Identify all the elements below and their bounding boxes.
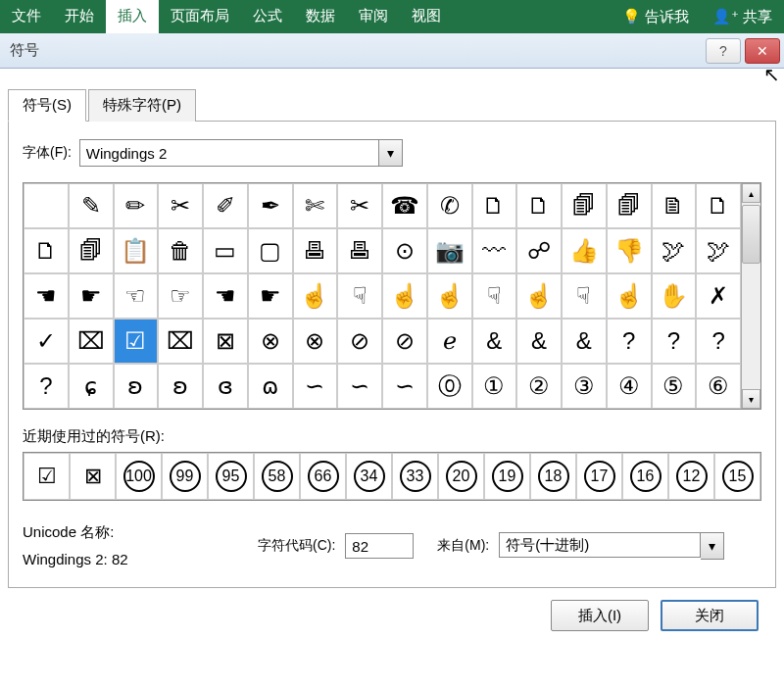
recent-symbol-cell[interactable]: 18 bbox=[530, 453, 576, 500]
symbol-cell[interactable]: ✏ bbox=[114, 183, 159, 228]
symbol-cell[interactable]: ③ bbox=[562, 364, 607, 409]
help-button[interactable]: ? bbox=[706, 38, 741, 64]
symbol-cell[interactable]: 🗐 bbox=[607, 183, 652, 228]
symbol-cell[interactable]: ∽ bbox=[293, 364, 338, 409]
symbol-cell[interactable]: ∽ bbox=[337, 364, 382, 409]
symbol-cell[interactable]: ⌧ bbox=[69, 319, 114, 364]
symbol-cell[interactable]: ✄ bbox=[293, 183, 338, 228]
symbol-cell[interactable]: ☟ bbox=[472, 273, 517, 319]
ribbon-tellme[interactable]: 💡 告诉我 bbox=[611, 0, 701, 33]
symbol-cell[interactable]: ☝ bbox=[427, 273, 472, 319]
symbol-cell[interactable]: ☟ bbox=[337, 273, 382, 319]
symbol-cell[interactable]: ▭ bbox=[203, 228, 248, 273]
symbol-cell[interactable]: ✗ bbox=[696, 273, 741, 319]
symbol-cell[interactable]: 🗋 bbox=[472, 183, 517, 228]
symbol-cell[interactable]: ① bbox=[472, 364, 517, 409]
symbol-cell[interactable]: ⊘ bbox=[382, 319, 427, 364]
ribbon-tab-home[interactable]: 开始 bbox=[53, 0, 106, 33]
symbol-cell[interactable]: ⊠ bbox=[203, 319, 248, 364]
symbol-cell[interactable]: ? bbox=[652, 319, 697, 364]
symbol-cell[interactable]: ☝ bbox=[607, 273, 652, 319]
symbol-cell[interactable]: 🗎 bbox=[652, 183, 697, 228]
close-button[interactable]: 关闭 bbox=[661, 600, 759, 631]
ribbon-tab-formulas[interactable]: 公式 bbox=[241, 0, 294, 33]
symbol-cell[interactable]: ɷ bbox=[248, 364, 293, 409]
symbol-cell[interactable]: 〰 bbox=[472, 228, 517, 273]
symbol-cell[interactable]: ☍ bbox=[516, 228, 562, 273]
symbol-cell[interactable]: ☝ bbox=[516, 273, 562, 319]
symbol-cell[interactable]: ✂ bbox=[337, 183, 382, 228]
recent-symbol-cell[interactable]: 95 bbox=[208, 453, 254, 500]
symbol-cell[interactable]: ✐ bbox=[203, 183, 248, 228]
symbol-grid-scrollbar[interactable]: ▴ ▾ bbox=[741, 183, 760, 409]
recent-symbol-cell[interactable]: 33 bbox=[392, 453, 438, 500]
symbol-cell[interactable]: ④ bbox=[607, 364, 652, 409]
symbol-cell[interactable]: ⊙ bbox=[382, 228, 427, 273]
recent-symbol-cell[interactable]: 66 bbox=[300, 453, 346, 500]
scroll-up-button[interactable]: ▴ bbox=[742, 183, 760, 203]
symbol-cell[interactable]: 🗋 bbox=[516, 183, 562, 228]
symbol-cell[interactable]: ✆ bbox=[427, 183, 472, 228]
tab-special-chars[interactable]: 特殊字符(P) bbox=[88, 89, 196, 122]
symbol-cell[interactable]: ⌧ bbox=[158, 319, 203, 364]
from-dropdown-button[interactable]: ▾ bbox=[701, 532, 724, 560]
font-combo[interactable]: ▾ bbox=[79, 139, 403, 167]
symbol-cell[interactable]: ∽ bbox=[382, 364, 427, 409]
symbol-cell[interactable]: ɞ bbox=[203, 364, 248, 409]
symbol-cell[interactable]: ☛ bbox=[248, 273, 293, 319]
recent-symbol-cell[interactable]: 58 bbox=[254, 453, 300, 500]
scroll-down-button[interactable]: ▾ bbox=[742, 389, 760, 409]
recent-symbol-cell[interactable]: 19 bbox=[484, 453, 530, 500]
symbol-cell[interactable]: 🗋 bbox=[696, 183, 741, 228]
symbol-cell[interactable]: ⊗ bbox=[293, 319, 338, 364]
font-dropdown-button[interactable]: ▾ bbox=[379, 139, 403, 167]
symbol-cell[interactable]: 👍 bbox=[562, 228, 607, 273]
symbol-cell[interactable]: 🗋 bbox=[24, 228, 69, 273]
symbol-cell[interactable]: 🕊 bbox=[696, 228, 741, 273]
recent-symbol-cell[interactable]: 15 bbox=[714, 453, 760, 500]
symbol-cell[interactable]: ▢ bbox=[248, 228, 293, 273]
symbol-cell[interactable]: ? bbox=[24, 364, 69, 409]
symbol-cell[interactable]: ☟ bbox=[562, 273, 607, 319]
symbol-cell[interactable]: ℯ bbox=[427, 319, 472, 364]
symbol-cell[interactable]: ☝ bbox=[382, 273, 427, 319]
symbol-cell[interactable]: ✂ bbox=[158, 183, 203, 228]
ribbon-tab-file[interactable]: 文件 bbox=[0, 0, 53, 33]
symbol-cell[interactable]: 🖶 bbox=[337, 228, 382, 273]
symbol-cell[interactable]: ✓ bbox=[24, 319, 69, 364]
symbol-cell[interactable]: & bbox=[516, 319, 562, 364]
ribbon-tab-data[interactable]: 数据 bbox=[294, 0, 347, 33]
scroll-thumb[interactable] bbox=[742, 205, 760, 264]
symbol-cell[interactable] bbox=[24, 183, 69, 228]
recent-symbol-cell[interactable]: 34 bbox=[346, 453, 392, 500]
symbol-cell[interactable]: 📋 bbox=[114, 228, 159, 273]
char-code-input[interactable] bbox=[345, 533, 414, 559]
symbol-cell[interactable]: ☑ bbox=[114, 319, 159, 364]
recent-symbol-cell[interactable]: ☑ bbox=[24, 453, 70, 500]
symbol-cell[interactable]: ☞ bbox=[158, 273, 203, 319]
symbol-cell[interactable]: ☚ bbox=[24, 273, 69, 319]
recent-symbol-cell[interactable]: ⊠ bbox=[70, 453, 116, 500]
symbol-cell[interactable]: ⑤ bbox=[652, 364, 697, 409]
symbol-cell[interactable]: ✎ bbox=[69, 183, 114, 228]
recent-symbol-cell[interactable]: 20 bbox=[438, 453, 484, 500]
symbol-cell[interactable]: 🗑 bbox=[158, 228, 203, 273]
ribbon-tab-pagelayout[interactable]: 页面布局 bbox=[159, 0, 241, 33]
insert-button[interactable]: 插入(I) bbox=[551, 600, 649, 631]
recent-symbol-cell[interactable]: 12 bbox=[668, 453, 714, 500]
symbol-cell[interactable]: ☜ bbox=[114, 273, 159, 319]
from-combo[interactable]: ▾ bbox=[499, 532, 724, 560]
ribbon-tab-insert[interactable]: 插入 bbox=[106, 0, 159, 33]
recent-symbol-cell[interactable]: 17 bbox=[576, 453, 622, 500]
symbol-cell[interactable]: 🖶 bbox=[293, 228, 338, 273]
symbol-cell[interactable]: & bbox=[562, 319, 607, 364]
symbol-cell[interactable]: ☛ bbox=[69, 273, 114, 319]
symbol-cell[interactable]: 👎 bbox=[607, 228, 652, 273]
ribbon-tab-review[interactable]: 审阅 bbox=[347, 0, 400, 33]
from-input[interactable] bbox=[499, 532, 701, 558]
symbol-cell[interactable]: ʚ bbox=[158, 364, 203, 409]
symbol-cell[interactable]: ⊗ bbox=[248, 319, 293, 364]
recent-symbol-cell[interactable]: 99 bbox=[162, 453, 208, 500]
symbol-cell[interactable]: ? bbox=[607, 319, 652, 364]
recent-symbol-cell[interactable]: 16 bbox=[622, 453, 668, 500]
